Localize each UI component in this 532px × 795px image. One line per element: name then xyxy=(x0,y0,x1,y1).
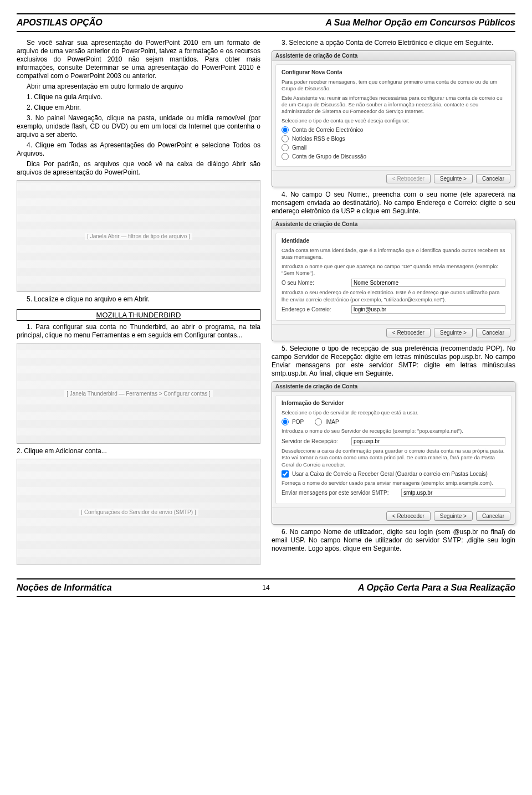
dialog-note: Forneça o nome do servidor usado para en… xyxy=(282,480,505,486)
open-step-2: 2. Clique em Abrir. xyxy=(17,104,260,112)
radio-gmail-label: Gmail xyxy=(292,145,306,151)
dialog-note: Desseleccione a caixa de confirmação par… xyxy=(282,448,505,468)
dialog-note: Este Assistente vai reunir as informaçõe… xyxy=(282,95,505,115)
cancel-button[interactable]: Cancelar xyxy=(476,511,510,521)
cancel-button[interactable]: Cancelar xyxy=(476,174,510,183)
dialog-note: Introduza o nome que quer que apareça no… xyxy=(282,263,505,277)
dialog-note: Introduza o nome do seu Servidor de rece… xyxy=(282,428,505,434)
open-step-1: 1. Clique na guia Arquivo. xyxy=(17,93,260,101)
dialog-note: Para poder receber mensagens, tem que co… xyxy=(282,79,505,93)
footer-right: A Opção Certa Para a Sua Realização xyxy=(277,583,515,593)
header-left: APOSTILAS OPÇÃO xyxy=(17,18,103,28)
back-button[interactable]: < Retroceder xyxy=(386,511,431,521)
dialog-subhead: Informação do Servidor xyxy=(282,400,505,406)
header-right: A Sua Melhor Opção em Concursos Públicos xyxy=(325,18,515,28)
dialog-title: Assistente de criação de Conta xyxy=(272,51,515,61)
wizard-dialog-server-info: Assistente de criação de Conta Informaçã… xyxy=(272,381,515,525)
recv-server-input[interactable] xyxy=(351,437,505,445)
open-tip: Dica Por padrão, os arquivos que você vê… xyxy=(17,160,260,177)
section-title-thunderbird: MOZILLA THUNDERBIRD xyxy=(17,309,260,321)
dialog-note: Cada conta tem uma identidade, que é a i… xyxy=(282,247,505,261)
email-input[interactable] xyxy=(351,305,505,314)
right-column: 3. Selecione a opção Conta de Correio El… xyxy=(272,37,515,568)
dialog-subhead: Identidade xyxy=(282,238,505,244)
screenshot-open-dialog: [ Janela Abrir — filtros de tipo de arqu… xyxy=(17,180,260,292)
wizard-dialog-identity: Assistente de criação de Conta Identidad… xyxy=(272,219,515,341)
next-button[interactable]: Seguinte > xyxy=(434,328,473,337)
wizard-dialog-account-type: Assistente de criação de Conta Configura… xyxy=(272,50,515,187)
cancel-button[interactable]: Cancelar xyxy=(476,328,510,337)
radio-rss-label: Notícias RSS e Blogs xyxy=(292,136,345,142)
global-inbox-checkbox[interactable] xyxy=(282,470,289,478)
open-heading: Abrir uma apresentação em outro formato … xyxy=(17,83,260,91)
next-button[interactable]: Seguinte > xyxy=(434,511,473,521)
dialog-note: Introduza o seu endereço de correio elec… xyxy=(282,289,505,303)
tb-step-3: 3. Selecione a opção Conta de Correio El… xyxy=(272,39,515,47)
open-step-3: 3. No painel Navegação, clique na pasta,… xyxy=(17,114,260,139)
radio-imap[interactable] xyxy=(315,418,322,425)
recv-server-label: Servidor de Recepção: xyxy=(282,438,348,444)
tb-step-4: 4. No campo O seu Nome:, preencha com o … xyxy=(272,191,515,216)
radio-newsgroup-label: Conta de Grupo de Discussão xyxy=(292,153,366,160)
global-inbox-label: Usar a Caixa de Correio a Receber Geral … xyxy=(292,471,488,477)
radio-pop-label: POP xyxy=(292,419,304,425)
name-input[interactable] xyxy=(351,279,505,287)
radio-imap-label: IMAP xyxy=(325,419,339,425)
tb-step-5: 5. Selecione o tipo de recepção de sua p… xyxy=(272,345,515,378)
dialog-subhead: Configurar Nova Conta xyxy=(282,69,505,75)
radio-email-account-label: Conta de Correio Electrónico xyxy=(292,127,363,133)
back-button[interactable]: < Retroceder xyxy=(386,174,431,183)
radio-email-account[interactable] xyxy=(282,126,289,134)
tb-step-6: 6. No campo Nome de utilizador:, digite … xyxy=(272,528,515,553)
dialog-title: Assistente de criação de Conta xyxy=(272,219,515,229)
open-step-5: 5. Localize e clique no arquivo e em Abr… xyxy=(17,295,260,304)
open-step-4: 4. Clique em Todas as Apresentações do P… xyxy=(17,141,260,158)
left-column: Se você salvar sua apresentação do Power… xyxy=(17,37,260,568)
radio-newsgroup[interactable] xyxy=(282,153,289,160)
smtp-server-label: Enviar mensagens por este servidor SMTP: xyxy=(282,490,398,496)
footer-left: Noções de Informática xyxy=(17,583,255,593)
tb-step-2: 2. Clique em Adicionar conta... xyxy=(17,447,260,455)
intro-paragraph: Se você salvar sua apresentação do Power… xyxy=(17,39,260,80)
page-number: 14 xyxy=(262,584,269,592)
back-button[interactable]: < Retroceder xyxy=(386,328,431,337)
next-button[interactable]: Seguinte > xyxy=(434,174,473,183)
radio-rss[interactable] xyxy=(282,135,289,142)
smtp-server-input[interactable] xyxy=(401,489,505,497)
dialog-note: Seleccione o tipo de conta que você dese… xyxy=(282,117,505,124)
name-field-label: O seu Nome: xyxy=(282,280,348,286)
dialog-note: Seleccione o tipo de servidor de recepçã… xyxy=(282,409,505,416)
radio-gmail[interactable] xyxy=(282,144,289,151)
screenshot-tb-main: [ Janela Thunderbird — Ferramentas > Con… xyxy=(17,343,260,444)
tb-step-1: 1. Para configurar sua conta no Thunderb… xyxy=(17,323,260,340)
screenshot-tb-smtp-settings: [ Configurações do Servidor de envio (SM… xyxy=(17,459,260,565)
dialog-title: Assistente de criação de Conta xyxy=(272,382,515,392)
email-field-label: Endereço e Correio: xyxy=(282,306,348,312)
radio-pop[interactable] xyxy=(282,418,289,425)
